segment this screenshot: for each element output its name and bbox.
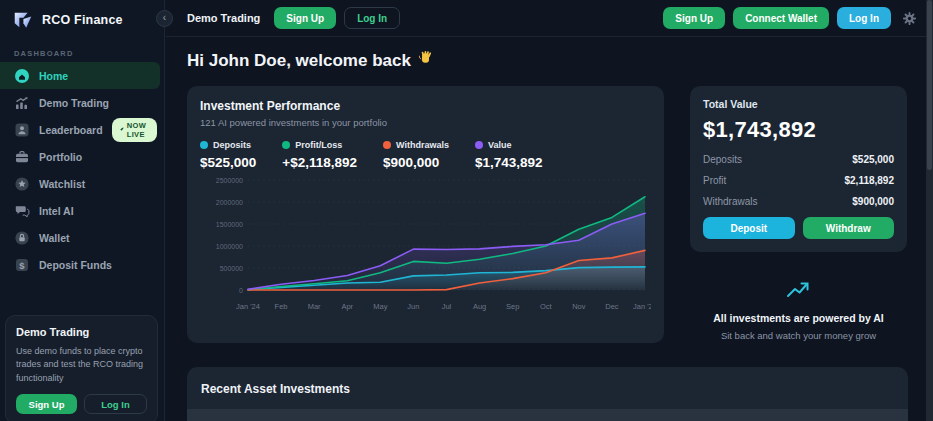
sidebar-item-watchlist[interactable]: Watchlist — [0, 170, 164, 197]
rco-logo-icon — [12, 9, 34, 31]
star-icon — [14, 176, 30, 192]
total-value-card: Total Value $1,743,892 Deposits$525,000 … — [690, 86, 907, 252]
page-scrollbar — [926, 0, 933, 421]
lock-icon — [14, 230, 30, 246]
connect-wallet-button[interactable]: Connect Wallet — [733, 7, 829, 29]
value-total: $1,743,892 — [475, 155, 543, 170]
topbar-login-left-button[interactable]: Log In — [344, 7, 400, 29]
demo-card-body: Use demo funds to place crypto trades an… — [16, 345, 147, 386]
sidebar-item-label: Watchlist — [39, 178, 85, 190]
main-content: Hi John Doe, welcome back Investment Per… — [166, 37, 926, 421]
sidebar-item-leaderboard[interactable]: Leaderboard NOW LIVE — [0, 116, 164, 143]
svg-text:Mar: Mar — [308, 302, 321, 311]
sidebar-collapse-button[interactable]: ‹ — [156, 10, 173, 27]
recent-title: Recent Asset Investments — [187, 367, 908, 409]
recent-asset-investments-card: Recent Asset Investments — [187, 367, 908, 421]
bar-chart-icon — [14, 95, 30, 111]
svg-text:2500000: 2500000 — [216, 177, 243, 184]
svg-text:Jul: Jul — [442, 302, 452, 311]
recent-table-header — [187, 409, 908, 421]
profit-loss-dot-icon — [282, 141, 290, 149]
waving-hand-icon — [418, 50, 434, 71]
demo-trading-card: Demo Trading Use demo funds to place cry… — [5, 315, 158, 421]
sidebar-item-label: Home — [39, 70, 68, 82]
legend-item-profit-loss: Profit/Loss +$2,118,892 — [282, 140, 357, 170]
summary-row-profit: Profit$2,118,892 — [703, 175, 894, 186]
legend-item-value: Value $1,743,892 — [475, 140, 543, 170]
sidebar-item-label: Demo Trading — [39, 97, 109, 109]
ai-note-title: All investments are powered by AI — [690, 312, 907, 324]
topbar-signup-left-button[interactable]: Sign Up — [274, 7, 336, 29]
rocket-icon — [119, 125, 124, 134]
sidebar-item-deposit-funds[interactable]: $ Deposit Funds — [0, 251, 164, 278]
svg-text:Dec: Dec — [605, 302, 619, 311]
svg-text:May: May — [373, 302, 387, 311]
demo-signup-button[interactable]: Sign Up — [16, 394, 77, 414]
svg-text:Jun: Jun — [407, 302, 419, 311]
deposits-total: $525,000 — [200, 155, 256, 170]
sidebar-item-home[interactable]: Home — [0, 62, 160, 89]
sidebar-item-label: Intel AI — [39, 205, 74, 217]
svg-text:Jan '24: Jan '24 — [236, 302, 260, 311]
chart-subtitle: 121 AI powered investments in your portf… — [200, 117, 651, 128]
svg-text:Nov: Nov — [572, 302, 586, 311]
brand-logo-row[interactable]: RCO Finance — [0, 0, 164, 40]
investment-performance-card: Investment Performance 121 AI powered in… — [187, 86, 664, 343]
sidebar-item-intel-ai[interactable]: Intel AI — [0, 197, 164, 224]
legend-item-withdrawals: Withdrawals $900,000 — [383, 140, 449, 170]
svg-text:Sep: Sep — [506, 302, 519, 311]
profit-loss-total: +$2,118,892 — [282, 155, 357, 170]
demo-login-button[interactable]: Log In — [84, 394, 147, 414]
svg-text:Jan '25: Jan '25 — [633, 302, 651, 311]
sidebar-item-wallet[interactable]: Wallet — [0, 224, 164, 251]
svg-text:$: $ — [19, 259, 25, 270]
svg-text:Aug: Aug — [473, 302, 486, 311]
trend-up-icon — [786, 281, 812, 299]
withdrawals-total: $900,000 — [383, 155, 449, 170]
total-value-amount: $1,743,892 — [703, 117, 894, 143]
summary-row-deposits: Deposits$525,000 — [703, 154, 894, 165]
now-live-badge: NOW LIVE — [112, 118, 157, 142]
summary-row-withdrawals: Withdrawals$900,000 — [703, 196, 894, 207]
dollar-icon: $ — [14, 257, 30, 273]
svg-text:Feb: Feb — [275, 302, 288, 311]
home-icon — [14, 68, 30, 84]
total-value-label: Total Value — [703, 98, 894, 110]
brand-name: RCO Finance — [42, 13, 123, 27]
sidebar-item-label: Portfolio — [39, 151, 82, 163]
summary-column: Total Value $1,743,892 Deposits$525,000 … — [690, 86, 907, 343]
sidebar-section-label: DASHBOARD — [0, 40, 164, 62]
value-dot-icon — [475, 141, 483, 149]
deposit-button[interactable]: Deposit — [703, 217, 795, 239]
gear-icon[interactable] — [902, 11, 917, 26]
chart-legend: Deposits $525,000 Profit/Loss +$2,118,89… — [200, 140, 651, 170]
withdrawals-dot-icon — [383, 141, 391, 149]
chart-title: Investment Performance — [200, 99, 651, 113]
withdraw-button[interactable]: Withdraw — [803, 217, 895, 239]
sidebar-item-demo-trading[interactable]: Demo Trading — [0, 89, 164, 116]
page-title: Hi John Doe, welcome back — [187, 50, 926, 71]
sidebar-item-label: Deposit Funds — [39, 259, 112, 271]
svg-text:1000000: 1000000 — [216, 243, 243, 250]
topbar-login-right-button[interactable]: Log In — [837, 7, 891, 29]
demo-card-title: Demo Trading — [16, 326, 147, 338]
chat-ai-icon — [14, 203, 30, 219]
svg-text:0: 0 — [239, 287, 243, 294]
topbar-context-label: Demo Trading — [187, 12, 260, 24]
sidebar-item-label: Leaderboard — [39, 124, 103, 136]
svg-text:Oct: Oct — [540, 302, 553, 311]
ai-note-subtitle: Sit back and watch your money grow — [690, 330, 907, 341]
scrollbar-thumb[interactable] — [927, 0, 932, 170]
deposits-dot-icon — [200, 141, 208, 149]
app-window: RCO Finance DASHBOARD Home Demo Trading — [0, 0, 933, 421]
topbar-signup-right-button[interactable]: Sign Up — [663, 7, 725, 29]
briefcase-icon — [14, 149, 30, 165]
legend-item-deposits: Deposits $525,000 — [200, 140, 256, 170]
svg-text:500000: 500000 — [220, 265, 243, 272]
svg-text:1500000: 1500000 — [216, 221, 243, 228]
sidebar-item-portfolio[interactable]: Portfolio — [0, 143, 164, 170]
sidebar-nav: Home Demo Trading Leaderboard NOW LIVE — [0, 62, 164, 278]
topbar: Demo Trading Sign Up Log In Sign Up Conn… — [166, 0, 933, 37]
ai-note: All investments are powered by AI Sit ba… — [690, 281, 907, 341]
sidebar-item-label: Wallet — [39, 232, 70, 244]
